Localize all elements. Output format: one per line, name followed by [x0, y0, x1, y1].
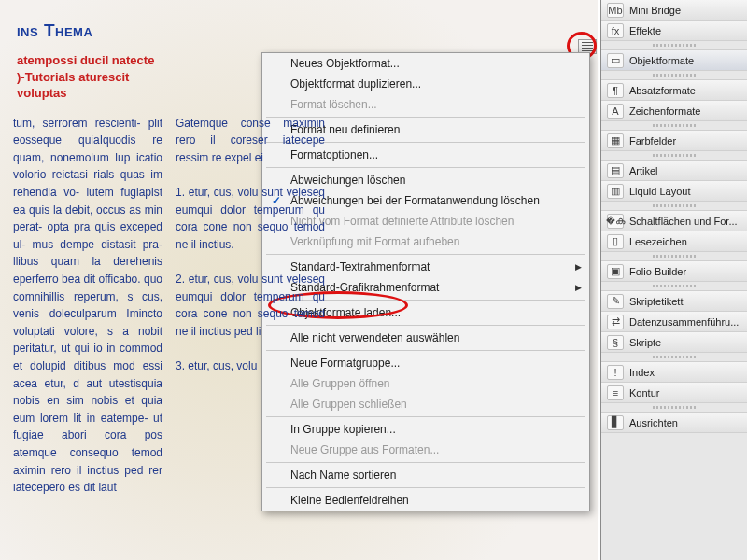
panel-label: Absatzformate	[629, 85, 696, 96]
panel-label: Kontur	[629, 387, 659, 399]
panel-icon: A	[607, 104, 624, 119]
panel-icon: ▋	[607, 415, 624, 430]
panel-label: Liquid Layout	[629, 186, 690, 197]
panel-icon: ▥	[607, 184, 624, 199]
panel-item[interactable]: ✎Skriptetikett	[601, 291, 747, 312]
panel-separator	[601, 41, 747, 50]
panel-label: Index	[629, 367, 655, 378]
panel-item[interactable]: ▤Artikel	[601, 161, 747, 181]
panel-item[interactable]: AZeichenformate	[601, 101, 747, 121]
panel-icon: fx	[607, 23, 624, 38]
panel-item[interactable]: !Index	[601, 362, 747, 383]
panel-separator	[601, 71, 747, 80]
panel-label: Farbfelder	[629, 135, 676, 147]
panel-label: Datenzusammenführu...	[629, 316, 739, 328]
panel-icon: �ക	[607, 214, 624, 229]
panel-label: Artikel	[629, 165, 658, 176]
panel-icon: ¶	[607, 83, 624, 98]
panel-icon: ≡	[607, 385, 624, 400]
panel-item[interactable]: ¶Absatzformate	[601, 80, 747, 101]
panel-icon: !	[607, 365, 624, 380]
panel-item[interactable]: fxEffekte	[601, 21, 747, 41]
panel-icon: ✎	[607, 294, 624, 309]
panel-label: Folio Builder	[629, 266, 686, 277]
panel-separator	[601, 252, 747, 261]
page-title: ins Thema	[17, 21, 585, 41]
panel-icon: ▣	[607, 264, 624, 279]
panel-icon: §	[607, 335, 624, 350]
panel-item[interactable]: ▣Folio Builder	[601, 261, 747, 282]
panel-item[interactable]: ≡Kontur	[601, 383, 747, 403]
panel-separator	[601, 353, 747, 362]
panel-icon: ▦	[607, 133, 624, 148]
panel-label: Lesezeichen	[629, 236, 687, 247]
panel-item[interactable]: ▯Lesezeichen	[601, 231, 747, 252]
panel-item[interactable]: ▭Objektformate	[601, 50, 747, 71]
body-columns: tum, serrorem rescienti- plit eosseque q…	[13, 115, 585, 506]
panel-item[interactable]: �കSchaltflächen und For...	[601, 211, 747, 231]
panel-label: Skriptetikett	[629, 296, 683, 307]
panel-label: Zeichenformate	[629, 105, 700, 117]
panel-icon: ▤	[607, 163, 624, 178]
panel-separator	[601, 121, 747, 131]
panel-label: Objektformate	[629, 55, 694, 66]
panel-item[interactable]: ⇄Datenzusammenführu...	[601, 312, 747, 332]
panel-item[interactable]: ▋Ausrichten	[601, 413, 747, 433]
panel-item[interactable]: ▦Farbfelder	[601, 131, 747, 151]
panel-label: Ausrichten	[629, 417, 678, 428]
col1-text: tum, serrorem rescienti- plit eosseque q…	[13, 115, 162, 497]
panel-label: Skripte	[629, 337, 661, 348]
intro-red-text: atempossi ducil natecte )-Tutorials atur…	[17, 52, 241, 102]
right-panel-dock: MbMini BridgefxEffekte▭Objektformate¶Abs…	[600, 0, 747, 560]
panel-item[interactable]: MbMini Bridge	[601, 0, 747, 21]
col2-text: Gatemque conse maximin rero il coreser i…	[176, 115, 325, 375]
panel-icon: ▭	[607, 53, 624, 68]
panel-icon: Mb	[607, 3, 624, 18]
panel-item[interactable]: §Skripte	[601, 332, 747, 353]
panel-separator	[601, 151, 747, 161]
panel-item[interactable]: ▥Liquid Layout	[601, 181, 747, 202]
panel-separator	[601, 282, 747, 291]
panel-icon: ⇄	[607, 315, 624, 329]
panel-icon: ▯	[607, 234, 624, 249]
panel-label: Mini Bridge	[629, 5, 681, 16]
panel-label: Schaltflächen und For...	[629, 216, 738, 227]
panel-separator	[601, 403, 747, 413]
panel-separator	[601, 202, 747, 211]
document-canvas: ins Thema atempossi ducil natecte )-Tuto…	[0, 0, 598, 560]
panel-label: Effekte	[629, 25, 661, 36]
